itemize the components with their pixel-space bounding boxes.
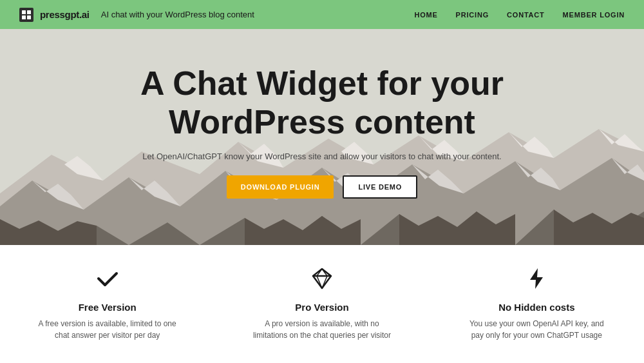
feature-free-version-title: Free Version [79, 302, 137, 313]
feature-pro-version-title: Pro Version [295, 302, 348, 313]
nav-pricing[interactable]: PRICING [456, 11, 489, 19]
hero-section: A Chat Widget for your WordPress content… [0, 29, 644, 245]
hero-title: A Chat Widget for your WordPress content [140, 64, 504, 142]
live-demo-button[interactable]: LIVE DEMO [343, 175, 417, 199]
feature-free-version-desc: A free version is available, limited to … [37, 318, 178, 341]
feature-no-hidden-costs-title: No Hidden costs [498, 302, 574, 313]
site-header: pressgpt.ai AI chat with your WordPress … [0, 0, 644, 29]
hero-subtitle: Let OpenAI/ChatGPT know your WordPress s… [140, 152, 504, 161]
svg-marker-28 [530, 268, 543, 289]
svg-rect-2 [22, 15, 26, 19]
svg-marker-25 [313, 269, 331, 288]
feature-free-version: Free Version A free version is available… [0, 267, 214, 341]
cta-buttons: DOWNLOAD PLUGIN LIVE DEMO [140, 175, 504, 199]
svg-rect-3 [27, 15, 31, 19]
svg-rect-0 [22, 10, 26, 14]
diamond-icon [310, 267, 334, 295]
main-nav: HOME PRICING CONTACT MEMBER LOGIN [414, 11, 625, 19]
feature-no-hidden-costs-desc: You use your own OpenAI API key, and pay… [466, 318, 607, 341]
nav-member-login[interactable]: MEMBER LOGIN [563, 11, 625, 19]
feature-pro-version-desc: A pro version is available, with no limi… [251, 318, 393, 341]
logo-area: pressgpt.ai AI chat with your WordPress … [19, 8, 254, 22]
hero-content: A Chat Widget for your WordPress content… [140, 64, 504, 199]
features-section: Free Version A free version is available… [0, 245, 644, 363]
nav-contact[interactable]: CONTACT [507, 11, 545, 19]
bolt-icon [525, 267, 548, 295]
logo-text: pressgpt.ai [40, 9, 90, 20]
svg-rect-1 [27, 10, 31, 14]
logo-tagline: AI chat with your WordPress blog content [101, 10, 254, 19]
feature-no-hidden-costs: No Hidden costs You use your own OpenAI … [430, 267, 644, 341]
check-icon [96, 267, 119, 295]
nav-home[interactable]: HOME [414, 11, 437, 19]
logo-icon [19, 8, 33, 22]
download-plugin-button[interactable]: DOWNLOAD PLUGIN [227, 175, 334, 199]
feature-pro-version: Pro Version A pro version is available, … [214, 267, 429, 341]
